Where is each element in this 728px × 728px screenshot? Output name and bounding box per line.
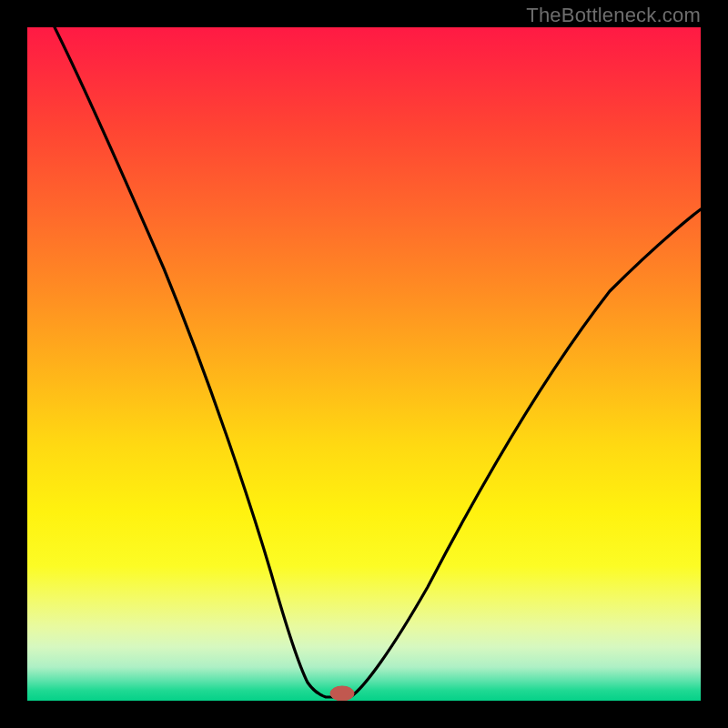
- bottleneck-curve: [55, 27, 701, 697]
- plot-area: [27, 27, 701, 701]
- watermark-text: TheBottleneck.com: [526, 4, 701, 27]
- chart-frame: TheBottleneck.com: [0, 0, 728, 728]
- valley-marker-icon: [330, 686, 354, 701]
- chart-svg: [27, 27, 701, 701]
